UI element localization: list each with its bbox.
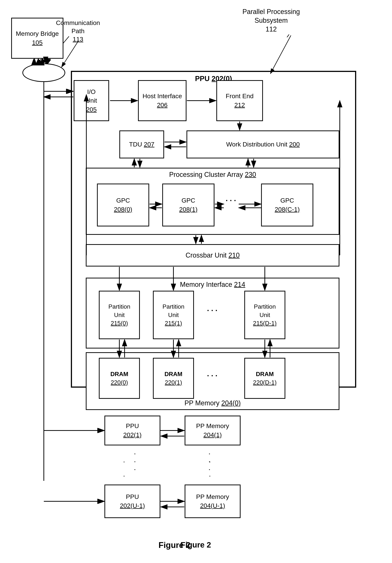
partition-0-box: PartitionUnit215(0) [99, 291, 140, 339]
dram-1-label: DRAM220(1) [165, 370, 183, 387]
crossbar-label: Crossbar Unit 210 [185, 251, 240, 260]
pp-memory-0-label: PP Memory 204(0) [184, 398, 241, 408]
dram-0-label: DRAM220(0) [110, 370, 128, 387]
partition-dots-label: · · · [207, 306, 217, 315]
work-dist-label: Work Distribution Unit 200 [226, 140, 300, 149]
gpc-c1-label: GPC208(C-1) [275, 196, 300, 214]
dram-d1-label: DRAM220(D-1) [253, 370, 276, 387]
memory-interface-label: Memory Interface 214 [180, 280, 245, 289]
tdu-label: TDU 207 [129, 140, 154, 149]
dram-1-box: DRAM220(1) [153, 358, 194, 399]
pp-memory-u1-label: PP Memory204(U-1) [196, 492, 229, 510]
partition-d1-box: PartitionUnit215(D-1) [244, 291, 285, 339]
partition-1-label: PartitionUnit215(1) [162, 303, 184, 327]
svg-line-63 [62, 41, 78, 67]
bus-ellipse [22, 63, 65, 82]
svg-line-59 [261, 35, 289, 37]
gpc-dots-label: · · · [226, 196, 236, 205]
ppu-dots-1: · · · [131, 453, 140, 473]
processing-cluster-label: Processing Cluster Array 230 [169, 170, 256, 179]
gpc-1-box: GPC208(1) [162, 184, 214, 226]
memory-bridge-box: Memory Bridge105 [11, 18, 63, 59]
pp-memory-1-box: PP Memory204(1) [185, 416, 241, 445]
host-interface-label: Host Interface206 [143, 92, 182, 109]
gpc-c1-box: GPC208(C-1) [261, 184, 313, 226]
gpc-1-label: GPC208(1) [179, 196, 197, 214]
svg-line-62 [270, 35, 291, 74]
work-dist-box: Work Distribution Unit 200 [186, 130, 340, 158]
ppu-u1-label: PPU202(U-1) [120, 492, 145, 510]
dram-dots-label: · · · [207, 371, 217, 381]
io-unit-label: I/OUnit205 [86, 87, 97, 114]
ppu-u1-box: PPU202(U-1) [105, 485, 160, 518]
dram-0-box: DRAM220(0) [99, 358, 140, 399]
io-unit-box: I/OUnit205 [74, 80, 109, 121]
pp-memory-u1-box: PP Memory204(U-1) [185, 485, 241, 518]
ppu-1-box: PPU202(1) [105, 416, 160, 445]
gpc-0-label: GPC208(0) [114, 196, 132, 214]
crossbar-box: Crossbar Unit 210 [86, 244, 340, 267]
tdu-box: TDU 207 [119, 130, 164, 158]
partition-0-label: PartitionUnit215(0) [108, 303, 130, 327]
comm-path-label: CommunicationPath113 [56, 19, 100, 43]
dram-d1-box: DRAM220(D-1) [244, 358, 285, 399]
figure-caption-text: Figure 2 [158, 540, 190, 550]
diagram: Memory Bridge105 CommunicationPath113 Pa… [0, 0, 392, 563]
front-end-box: Front End212 [216, 80, 263, 121]
front-end-label: Front End212 [226, 92, 253, 109]
pp-memory-1-label: PP Memory204(1) [196, 422, 229, 439]
memory-bridge-label: Memory Bridge105 [16, 29, 59, 47]
pps-label: Parallel ProcessingSubsystem112 [242, 7, 300, 34]
ppu-1-label: PPU202(1) [123, 422, 142, 439]
host-interface-box: Host Interface206 [138, 80, 186, 121]
partition-d1-label: PartitionUnit215(D-1) [253, 303, 276, 327]
partition-1-box: PartitionUnit215(1) [153, 291, 194, 339]
gpc-0-box: GPC208(0) [97, 184, 149, 226]
